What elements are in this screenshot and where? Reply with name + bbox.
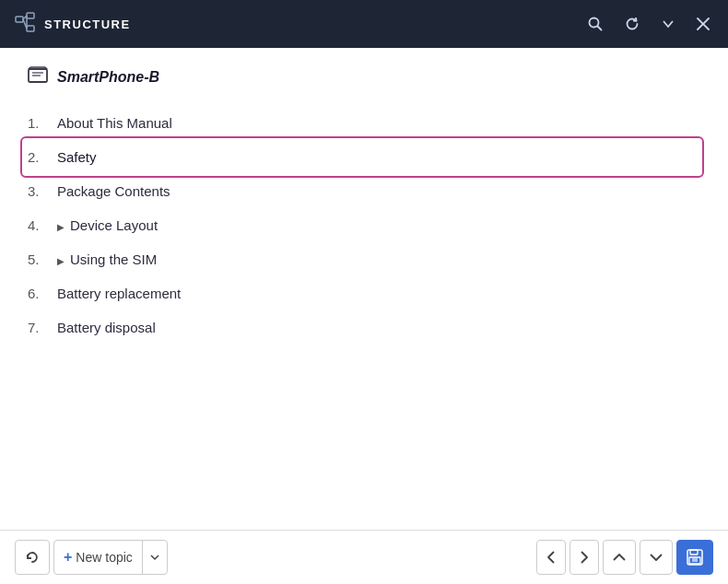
expand-arrow-icon: ▶ bbox=[57, 256, 65, 266]
toc-item-4[interactable]: 4.▶Device Layout bbox=[28, 208, 700, 242]
refresh-button[interactable] bbox=[621, 13, 643, 35]
footer-toolbar: + New topic bbox=[0, 531, 728, 584]
book-title-row: SmartPhone-B bbox=[28, 66, 700, 88]
toc-number-6: 6. bbox=[28, 286, 57, 301]
header-title: STRUCTURE bbox=[44, 18, 131, 31]
toc-label-3: Package Contents bbox=[57, 183, 700, 199]
toc-item-1[interactable]: 1.About This Manual bbox=[28, 106, 700, 140]
book-icon bbox=[28, 66, 48, 88]
svg-rect-2 bbox=[27, 26, 34, 31]
toc-number-1: 1. bbox=[28, 115, 57, 131]
toc-label-1: About This Manual bbox=[57, 115, 700, 131]
search-button[interactable] bbox=[584, 13, 606, 35]
header: STRUCTURE bbox=[0, 0, 728, 48]
nav-prev-button[interactable] bbox=[536, 540, 566, 575]
svg-rect-0 bbox=[16, 17, 23, 22]
toc-label-5: ▶Using the SIM bbox=[57, 251, 700, 267]
nav-down-button[interactable] bbox=[640, 540, 673, 575]
undo-button[interactable] bbox=[15, 540, 50, 575]
new-topic-button[interactable]: + New topic bbox=[53, 540, 168, 575]
toc-label-4: ▶Device Layout bbox=[57, 217, 700, 233]
toc-item-6[interactable]: 6.Battery replacement bbox=[28, 276, 700, 310]
toc-label-7: Battery disposal bbox=[57, 320, 700, 335]
toc-item-5[interactable]: 5.▶Using the SIM bbox=[28, 242, 700, 276]
plus-icon: + bbox=[64, 549, 72, 566]
toc-number-5: 5. bbox=[28, 251, 57, 267]
toc-item-2[interactable]: 2.Safety bbox=[24, 140, 700, 174]
book-name: SmartPhone-B bbox=[57, 69, 159, 86]
new-topic-chevron[interactable] bbox=[143, 541, 167, 574]
content-area: SmartPhone-B 1.About This Manual2.Safety… bbox=[0, 48, 728, 522]
save-button[interactable] bbox=[676, 540, 713, 575]
footer-right-group bbox=[536, 540, 713, 575]
expand-arrow-icon: ▶ bbox=[57, 222, 65, 232]
toc-list: 1.About This Manual2.Safety3.Package Con… bbox=[28, 106, 700, 345]
toc-number-7: 7. bbox=[28, 320, 57, 335]
svg-rect-1 bbox=[27, 13, 34, 18]
close-button[interactable] bbox=[693, 14, 713, 34]
toc-item-3[interactable]: 3.Package Contents bbox=[28, 174, 700, 208]
footer-left-group: + New topic bbox=[15, 540, 168, 575]
toc-number-2: 2. bbox=[28, 149, 57, 165]
toc-label-6: Battery replacement bbox=[57, 286, 700, 301]
structure-icon bbox=[15, 12, 35, 36]
new-topic-label: New topic bbox=[76, 550, 132, 565]
toc-number-4: 4. bbox=[28, 217, 57, 233]
header-actions bbox=[584, 13, 713, 35]
new-topic-inner[interactable]: + New topic bbox=[54, 541, 142, 574]
nav-next-button[interactable] bbox=[569, 540, 599, 575]
chevron-down-button[interactable] bbox=[658, 14, 678, 34]
toc-item-7[interactable]: 7.Battery disposal bbox=[28, 310, 700, 345]
toc-number-3: 3. bbox=[28, 183, 57, 199]
nav-up-button[interactable] bbox=[603, 540, 636, 575]
svg-line-7 bbox=[598, 27, 602, 30]
toc-label-2: Safety bbox=[57, 149, 693, 165]
